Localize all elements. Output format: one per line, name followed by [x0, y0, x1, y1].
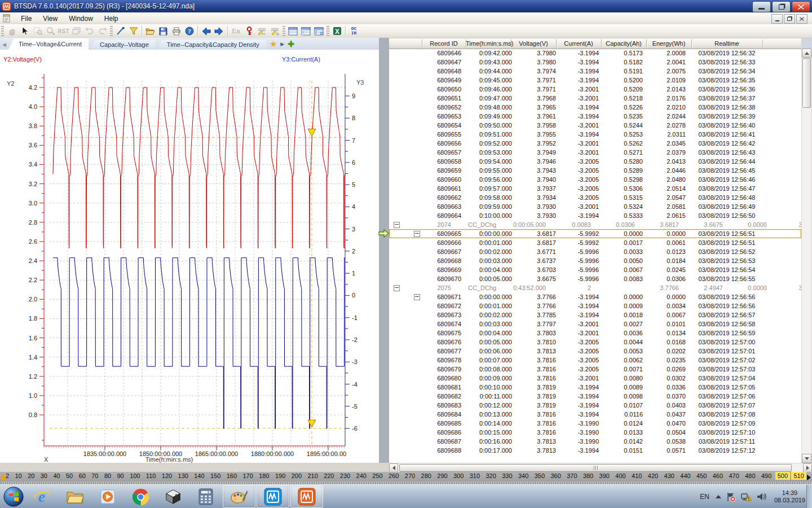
- mdi-close-button[interactable]: [796, 14, 807, 24]
- tab-time-voltage-current[interactable]: Time--Voltage&Current: [8, 38, 89, 50]
- record-row[interactable]: 68096470:09:43.0003.7980-3.19940.51822.0…: [389, 58, 801, 67]
- record-row[interactable]: 68096570:09:53.0003.7949-3.20010.52712.0…: [389, 148, 801, 157]
- record-row[interactable]: 68096700:00:05.0003.6675-5.99960.00830.0…: [389, 274, 801, 283]
- taskbar-windows-explorer[interactable]: [59, 486, 91, 507]
- record-row[interactable]: 68096760:00:05.0003.7810-3.20050.00440.0…: [389, 338, 801, 347]
- vertical-scroll-thumb[interactable]: [802, 58, 811, 108]
- restore-button[interactable]: [772, 1, 791, 12]
- record-row[interactable]: 68096490:09:45.0003.7971-3.19940.52002.0…: [389, 76, 801, 85]
- record-row[interactable]: 68096740:00:03.0003.7797-3.20010.00270.0…: [389, 319, 801, 329]
- scroll-right-button[interactable]: [803, 463, 812, 472]
- key-icon[interactable]: [242, 25, 255, 37]
- record-row[interactable]: 68096730:00:02.0003.7785-3.19940.00180.0…: [389, 310, 801, 319]
- record-row[interactable]: 68096580:09:54.0003.7946-3.20050.52802.0…: [389, 157, 801, 166]
- column-header[interactable]: Energy(Wh): [646, 38, 691, 49]
- collapse-icon[interactable]: [394, 222, 400, 228]
- highlight-cycle-icon[interactable]: [268, 25, 281, 37]
- scroll-down-button[interactable]: [802, 454, 811, 463]
- record-row[interactable]: 68096540:09:50.0003.7958-3.20010.52442.0…: [389, 121, 801, 130]
- record-row[interactable]: 68096520:09:48.0003.7965-3.19940.52262.0…: [389, 103, 801, 112]
- menu-item-view[interactable]: View: [37, 14, 63, 24]
- record-row[interactable]: 68096660:00:01.0003.6817-5.99920.00170.0…: [389, 238, 801, 247]
- select-cursor-icon[interactable]: [18, 25, 31, 37]
- save-icon[interactable]: [157, 25, 170, 37]
- tab-scroll-left-icon[interactable]: ◀: [0, 42, 8, 50]
- taskbar-btsda[interactable]: [290, 485, 323, 508]
- taskbar-calculator[interactable]: 0: [190, 486, 222, 507]
- record-row[interactable]: 68096860:00:15.0003.7816-3.19900.01330.0…: [389, 428, 801, 437]
- record-row[interactable]: 68096670:00:02.0003.6771-5.99960.00330.0…: [389, 247, 801, 256]
- mdi-minimize-button[interactable]: [771, 14, 783, 24]
- print-icon[interactable]: [170, 25, 183, 37]
- minimize-button[interactable]: [752, 1, 771, 12]
- record-row[interactable]: 68096710:00:00.0003.7766-3.19940.00000.0…: [389, 292, 801, 301]
- column-header[interactable]: Capacity(Ah): [601, 38, 646, 49]
- menu-item-file[interactable]: File: [15, 14, 37, 24]
- taskbar-media-player[interactable]: [92, 486, 123, 507]
- filter-icon[interactable]: [127, 25, 140, 37]
- menu-item-help[interactable]: Help: [99, 14, 124, 24]
- volume-icon[interactable]: [757, 492, 767, 501]
- taskbar-chrome[interactable]: [125, 486, 156, 507]
- column-header[interactable]: Realtime: [691, 38, 762, 49]
- record-row[interactable]: 68096830:00:12.0003.7819-3.19940.01070.0…: [389, 401, 801, 410]
- record-row[interactable]: 68096850:00:14.0003.7816-3.19900.01240.0…: [389, 419, 801, 428]
- record-row[interactable]: 68096780:00:07.0003.7816-3.20050.00620.0…: [389, 356, 801, 365]
- taskbar-internet-explorer[interactable]: e: [27, 486, 58, 507]
- title-bar[interactable]: BTSDA 7.6.0.140(2017.09.25) (R3) - [2400…: [0, 0, 812, 12]
- record-row[interactable]: 68096530:09:49.0003.7961-3.19940.52352.0…: [389, 112, 801, 121]
- record-row[interactable]: 68096870:00:16.0003.7813-3.19900.01420.0…: [389, 437, 801, 446]
- record-row[interactable]: 68096800:00:09.0003.7816-3.20010.00800.0…: [389, 374, 801, 383]
- taskbar-paint[interactable]: [223, 485, 255, 508]
- waveform-chart[interactable]: 4.24.03.83.63.43.23.02.82.62.42.22.01.81…: [0, 50, 379, 463]
- table-horizontal-scrollbar[interactable]: [389, 463, 812, 472]
- record-row[interactable]: 68096590:09:55.0003.7943-3.20050.52892.0…: [389, 166, 801, 175]
- record-row[interactable]: 68096630:09:59.0003.7930-3.20010.53242.0…: [389, 202, 801, 211]
- record-row[interactable]: 68096620:09:58.0003.7934-3.20050.53152.0…: [389, 193, 801, 202]
- record-row[interactable]: 68096810:00:10.0003.7819-3.19940.00890.0…: [389, 383, 801, 392]
- horizontal-scroll-thumb[interactable]: [399, 464, 792, 472]
- scroll-left-button[interactable]: [389, 463, 398, 472]
- record-row[interactable]: 68096880:00:17.0003.7813-3.19940.01510.0…: [389, 446, 801, 455]
- column-header[interactable]: Current(A): [556, 38, 601, 49]
- cycle-list-icon[interactable]: [312, 25, 325, 37]
- mdi-restore-button[interactable]: [784, 14, 795, 24]
- close-button[interactable]: [792, 1, 810, 12]
- add-view-icon[interactable]: ✚: [288, 40, 294, 48]
- record-row[interactable]: 68096610:09:57.0003.7937-3.20050.53062.0…: [389, 184, 801, 193]
- taskbar-bts-client[interactable]: [257, 485, 289, 508]
- menu-item-window[interactable]: Window: [63, 14, 99, 24]
- scroll-up-button[interactable]: [802, 49, 811, 58]
- back-icon[interactable]: [200, 25, 213, 37]
- tab-scroll-right-icon[interactable]: ▶: [280, 41, 284, 47]
- record-row[interactable]: 68096770:00:06.0003.7813-3.20050.00530.0…: [389, 347, 801, 356]
- column-header[interactable]: Voltage(V): [511, 38, 556, 49]
- data-list-icon[interactable]: [286, 25, 299, 37]
- record-row[interactable]: 68096600:09:56.0003.7940-3.20050.52982.0…: [389, 175, 801, 184]
- record-row[interactable]: 68096650:00:00.0003.6817-5.99920.00000.0…: [389, 229, 801, 238]
- record-row[interactable]: 68096510:09:47.0003.7968-3.20010.52182.0…: [389, 94, 801, 103]
- step-summary-row[interactable]: 2074CC_DChg0:00:05.0000.00830.03063.6817…: [389, 220, 801, 229]
- pane-splitter[interactable]: [379, 38, 389, 472]
- step-summary-row[interactable]: 2075CC_DChg0:43:52.00023.77662.49470.000…: [389, 283, 801, 292]
- action-center-flag-icon[interactable]: [726, 492, 736, 502]
- collapse-icon[interactable]: [394, 285, 400, 291]
- highlight-step-icon[interactable]: [255, 25, 268, 37]
- record-row[interactable]: 68096840:00:13.0003.7816-3.19940.01160.0…: [389, 410, 801, 419]
- record-row[interactable]: 68096720:00:01.0003.7766-3.19940.00090.0…: [389, 301, 801, 310]
- record-row[interactable]: 68096790:00:08.0003.7816-3.20050.00710.0…: [389, 365, 801, 374]
- record-row[interactable]: 68096560:09:52.0003.7952-3.20010.52622.0…: [389, 139, 801, 148]
- cursor-triangle-icon[interactable]: [308, 420, 316, 427]
- language-indicator[interactable]: EN: [699, 493, 710, 501]
- start-button[interactable]: [1, 485, 26, 508]
- step-list-icon[interactable]: [299, 25, 312, 37]
- tab-capacity-voltage[interactable]: Capacity--Voltage: [90, 40, 156, 50]
- record-row[interactable]: 68096750:00:04.0003.7803-3.20010.00360.0…: [389, 329, 801, 338]
- network-status-icon[interactable]: [741, 492, 752, 502]
- taskbar-secure-box[interactable]: [157, 486, 189, 507]
- favorite-star-icon[interactable]: ★: [270, 40, 277, 48]
- record-row[interactable]: 68096640:10:00.0003.7930-3.19940.53332.0…: [389, 211, 801, 220]
- record-row[interactable]: 68096500:09:46.0003.7971-3.20010.52092.0…: [389, 85, 801, 94]
- record-row[interactable]: 68096820:00:11.0003.7819-3.19940.00980.0…: [389, 392, 801, 401]
- help-icon[interactable]: ?: [183, 25, 196, 37]
